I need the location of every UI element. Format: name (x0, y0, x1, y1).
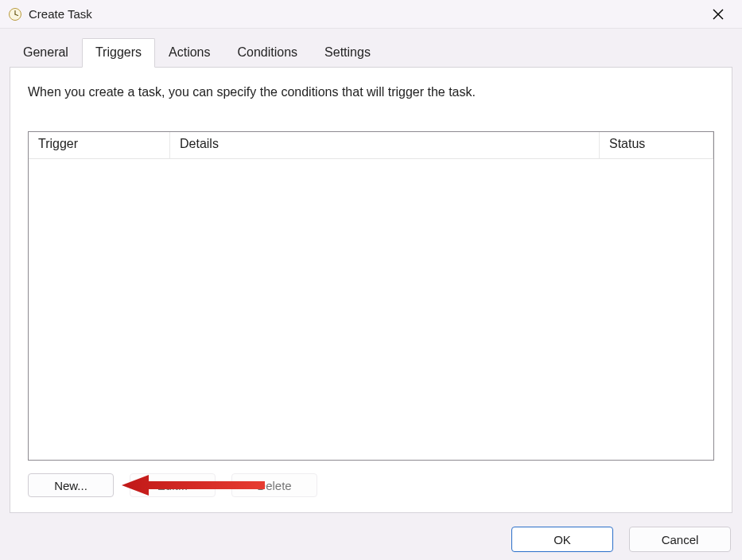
triggers-list[interactable]: Trigger Details Status (28, 131, 714, 461)
tab-actions[interactable]: Actions (155, 38, 223, 67)
close-icon (713, 9, 724, 20)
tab-strip: General Triggers Actions Conditions Sett… (10, 38, 732, 68)
cancel-button[interactable]: Cancel (629, 527, 731, 552)
task-scheduler-icon (8, 7, 22, 21)
tab-triggers[interactable]: Triggers (82, 38, 155, 68)
triggers-tab-page: When you create a task, you can specify … (10, 68, 732, 513)
title-bar: Create Task (0, 0, 742, 29)
column-header-status[interactable]: Status (600, 132, 713, 158)
new-trigger-button[interactable]: New... (28, 473, 114, 497)
triggers-button-row: New... Edit... Delete (28, 473, 714, 497)
column-header-trigger[interactable]: Trigger (29, 132, 170, 158)
close-button[interactable] (701, 0, 736, 29)
column-header-details[interactable]: Details (170, 132, 600, 158)
delete-trigger-button: Delete (231, 473, 317, 497)
ok-button[interactable]: OK (511, 527, 613, 552)
dialog-footer: OK Cancel (511, 527, 731, 552)
tab-settings[interactable]: Settings (311, 38, 384, 67)
triggers-description: When you create a task, you can specify … (28, 85, 714, 99)
edit-trigger-button: Edit... (130, 473, 216, 497)
window-title: Create Task (29, 7, 92, 21)
triggers-list-header: Trigger Details Status (29, 132, 713, 159)
tab-general[interactable]: General (10, 38, 82, 67)
tab-conditions[interactable]: Conditions (223, 38, 311, 67)
triggers-list-body (29, 159, 713, 460)
